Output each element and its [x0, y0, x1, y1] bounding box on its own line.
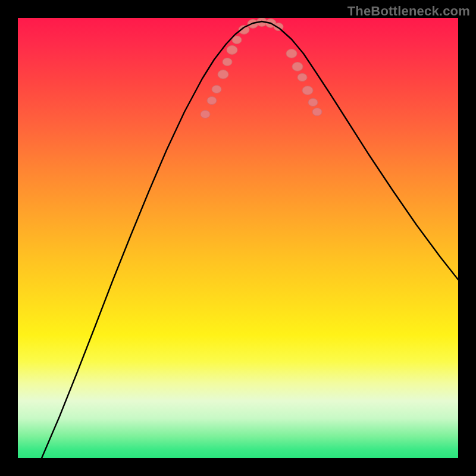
bottleneck-curve — [42, 21, 458, 458]
curve-layer — [18, 18, 458, 458]
marker-bead — [286, 49, 297, 58]
plot-area — [18, 18, 458, 458]
chart-frame: TheBottleneck.com — [0, 0, 476, 476]
marker-beads-group — [201, 18, 322, 118]
marker-bead — [212, 85, 221, 93]
marker-bead — [302, 86, 313, 95]
marker-bead — [298, 73, 307, 81]
marker-bead — [207, 96, 217, 104]
marker-bead — [218, 70, 228, 79]
marker-bead — [308, 98, 318, 106]
marker-bead — [312, 108, 322, 115]
marker-bead — [223, 58, 232, 65]
marker-bead — [292, 62, 303, 71]
marker-bead — [274, 23, 283, 30]
watermark-text: TheBottleneck.com — [347, 4, 470, 19]
marker-bead — [201, 110, 210, 118]
marker-bead — [227, 46, 237, 55]
